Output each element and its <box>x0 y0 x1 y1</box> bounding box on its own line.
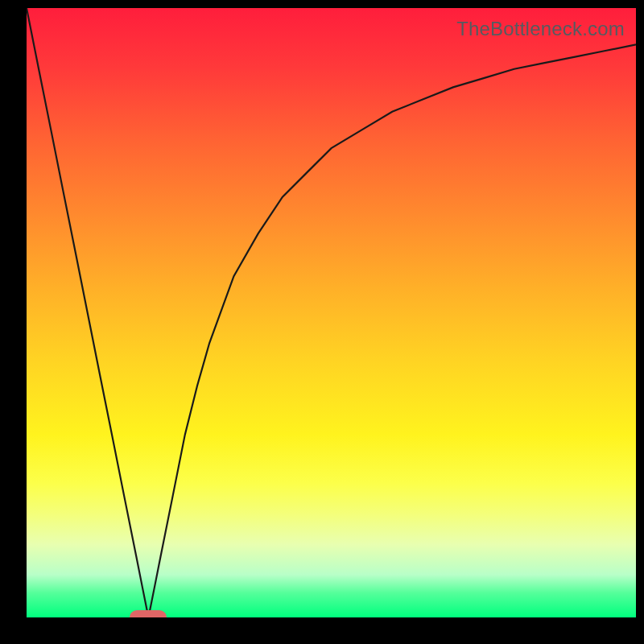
plot-area: TheBottleneck.com <box>27 8 636 617</box>
chart-frame: TheBottleneck.com <box>0 0 644 644</box>
optimum-marker <box>130 610 167 617</box>
curve-path <box>27 8 636 617</box>
bottleneck-curve <box>27 8 636 617</box>
